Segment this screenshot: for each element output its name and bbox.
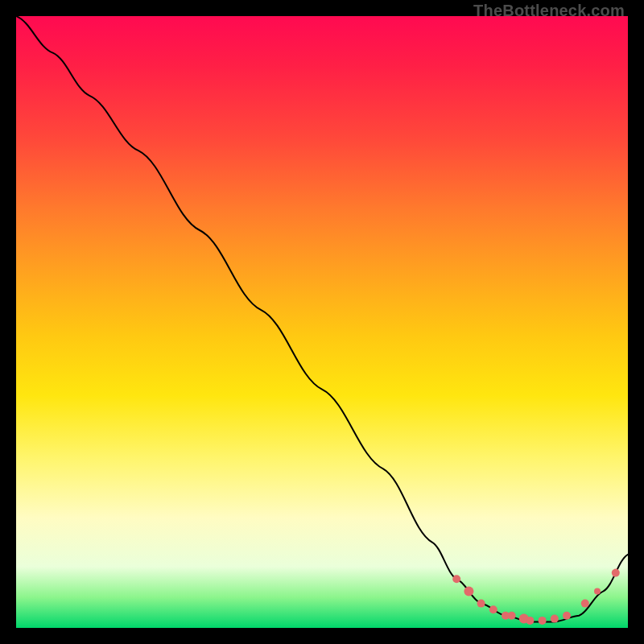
data-point-marker — [452, 575, 460, 583]
data-point-marker — [563, 612, 571, 620]
curve-layer — [16, 16, 628, 628]
chart-stage: TheBottleneck.com — [0, 0, 644, 644]
plot-area — [16, 16, 628, 628]
bottleneck-curve-path — [16, 16, 628, 621]
data-point-marker — [464, 586, 473, 596]
data-point-marker — [477, 600, 485, 608]
marker-group — [452, 569, 620, 625]
data-point-marker — [551, 615, 559, 623]
data-point-marker — [594, 588, 601, 594]
data-point-marker — [539, 617, 547, 625]
data-point-marker — [508, 612, 516, 620]
data-point-marker — [526, 617, 534, 625]
data-point-marker — [581, 600, 589, 608]
data-point-marker — [612, 569, 620, 577]
data-point-marker — [489, 605, 497, 613]
